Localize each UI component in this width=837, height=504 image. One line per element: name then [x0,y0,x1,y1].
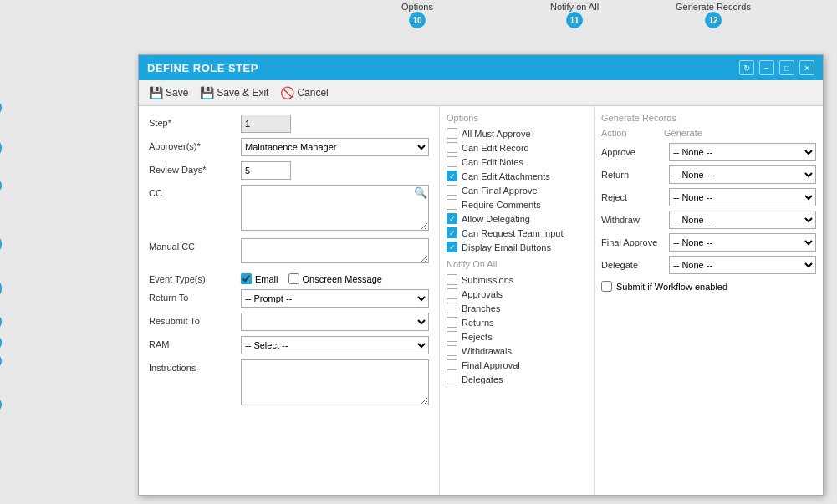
notify-section-title: Notify On All [447,259,587,269]
resubmit-to-annotation: Resubmit To 7 [0,333,2,353]
ram-select[interactable]: -- Select -- [241,336,429,354]
option-label-8: Display Email Buttons [462,242,551,252]
onscreen-checkbox[interactable] [288,273,299,284]
option-item-4[interactable]: Can Final Approve [447,185,587,196]
refresh-button[interactable]: ↻ [739,60,754,75]
email-checkbox[interactable] [241,273,252,284]
notify-checkbox-2[interactable] [447,303,457,313]
option-checkbox-8[interactable]: ✓ [447,242,457,252]
option-checkbox-0[interactable] [447,128,457,139]
generate-row-0: Approve-- None -- [601,143,816,161]
option-checkbox-1[interactable] [447,142,457,153]
notify-checkbox-3[interactable] [447,317,457,328]
action-col-header: Action [601,128,664,138]
option-label-1: Can Edit Record [462,143,529,153]
approver-select[interactable]: Maintanence Manager [241,138,429,156]
option-checkbox-6[interactable]: ✓ [447,213,457,224]
save-exit-button[interactable]: 💾 Save & Exit [196,84,272,101]
manual-cc-textarea[interactable] [241,238,429,263]
generate-row-select-2[interactable]: -- None -- [669,188,816,206]
option-checkbox-3[interactable]: ✓ [447,171,457,181]
generate-row-select-4[interactable]: -- None -- [669,233,816,252]
cc-textarea[interactable] [241,185,429,231]
option-checkbox-4[interactable] [447,185,457,196]
notify-item-2[interactable]: Branches [447,303,587,313]
generate-row-select-1[interactable]: -- None -- [669,165,816,184]
generate-row-select-0[interactable]: -- None -- [669,143,816,161]
save-exit-icon: 💾 [200,86,213,99]
notify-checkbox-1[interactable] [447,288,457,299]
ram-annotation: RAM 8 [0,354,2,369]
resubmit-to-select[interactable] [241,313,429,331]
step-input[interactable] [241,115,291,133]
review-days-input[interactable] [241,161,291,180]
approver-row: Approver(s)* Maintanence Manager [149,138,429,156]
notify-item-1[interactable]: Approvals [447,288,587,299]
cancel-button[interactable]: 🚫 Cancel [277,84,331,101]
notify-item-5[interactable]: Withdrawals [447,345,587,356]
save-button[interactable]: 💾 Save [145,84,191,101]
notify-checkbox-0[interactable] [447,274,457,285]
option-item-3[interactable]: ✓Can Edit Attachments [447,171,587,181]
generate-row-label-2: Reject [601,192,664,202]
dialog-titlebar: DEFINE ROLE STEP ↻ − □ ✕ [139,55,823,80]
generate-row-select-3[interactable]: -- None -- [669,211,816,229]
generate-row-label-5: Delegate [601,260,664,270]
option-item-0[interactable]: All Must Approve [447,128,587,139]
submit-row: Submit if Workflow enabled [601,281,816,292]
generate-records-header: Action Generate [601,128,816,138]
options-annotation-label: Options [401,2,433,12]
top-annotation-area: Options 10 Notify on All 11 Generate Rec… [0,0,837,50]
close-button[interactable]: ✕ [799,60,814,75]
ram-label: RAM [149,336,241,349]
resubmit-to-field-wrap [241,313,429,331]
notify-bubble: 11 [566,12,583,28]
option-label-7: Can Request Team Input [462,228,563,238]
option-checkbox-7[interactable]: ✓ [447,227,457,238]
option-item-8[interactable]: ✓Display Email Buttons [447,242,587,252]
minimize-button[interactable]: − [759,60,774,75]
review-days-row: Review Days* [149,161,429,180]
manual-cc-label: Manual CC [149,238,241,252]
notify-checkbox-6[interactable] [447,359,457,370]
option-item-2[interactable]: Can Edit Notes [447,156,587,167]
email-option[interactable]: Email [241,273,278,284]
maximize-button[interactable]: □ [779,60,794,75]
cc-search-icon[interactable]: 🔍 [414,186,427,199]
submit-workflow-checkbox[interactable] [601,281,612,292]
generate-annotation-label: Generate Records [676,2,751,12]
define-role-step-dialog: DEFINE ROLE STEP ↻ − □ ✕ 💾 Save 💾 Save &… [138,54,824,496]
dialog-body: Step* Approver(s)* Maintanence Manager [139,106,823,495]
generate-row-select-5[interactable]: -- None -- [669,256,816,274]
generate-row-5: Delegate-- None -- [601,256,816,274]
option-label-4: Can Final Approve [462,186,538,196]
option-item-5[interactable]: Require Comments [447,199,587,210]
option-checkbox-5[interactable] [447,199,457,210]
notify-item-0[interactable]: Submissions [447,274,587,285]
event-types-field-wrap: Email Onscreen Message [241,271,429,284]
return-to-select[interactable]: -- Prompt -- [241,289,429,308]
dialog-toolbar: 💾 Save 💾 Save & Exit 🚫 Cancel [139,80,823,106]
notify-checkbox-4[interactable] [447,331,457,342]
options-bubble: 10 [409,12,426,28]
notify-item-3[interactable]: Returns [447,317,587,328]
option-item-1[interactable]: Can Edit Record [447,142,587,153]
return-to-label: Return To [149,289,241,303]
notify-checkbox-7[interactable] [447,374,457,384]
option-checkbox-2[interactable] [447,156,457,167]
instructions-label: Instructions [149,359,241,373]
notify-checkbox-5[interactable] [447,345,457,356]
instructions-annotation: Instructions 9 [0,397,2,412]
instructions-textarea[interactable] [241,359,429,405]
notify-item-4[interactable]: Rejects [447,331,587,342]
option-item-7[interactable]: ✓Can Request Team Input [447,227,587,238]
generate-row-label-3: Withdraw [601,215,664,225]
option-item-6[interactable]: ✓Allow Delegating [447,213,587,224]
event-types-row: Event Type(s) Email Onscreen Message [149,271,429,284]
notify-item-6[interactable]: Final Approval [447,359,587,370]
onscreen-option[interactable]: Onscreen Message [288,273,382,284]
notify-item-7[interactable]: Delegates [447,374,587,384]
return-to-field-wrap: -- Prompt -- [241,289,429,308]
generate-row-1: Return-- None -- [601,165,816,184]
approver-field-wrap: Maintanence Manager [241,138,429,156]
